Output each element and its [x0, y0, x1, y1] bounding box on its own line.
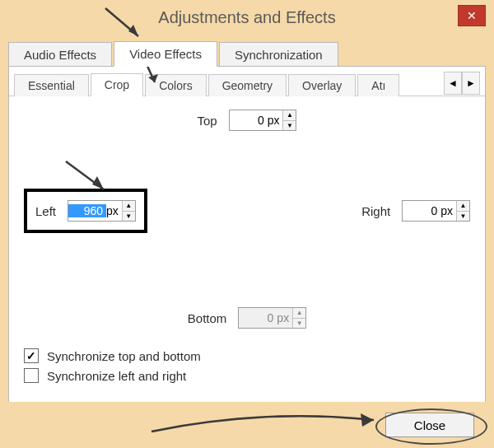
- crop-left-spinner[interactable]: 960 px ▲ ▼: [68, 200, 136, 222]
- subtab-colors[interactable]: Colors: [145, 74, 206, 96]
- window-close-button[interactable]: ✕: [458, 5, 486, 26]
- crop-right-unit: px: [440, 204, 456, 217]
- subtab-geometry[interactable]: Geometry: [208, 74, 287, 96]
- window-title: Adjustments and Effects: [158, 8, 335, 27]
- chevron-down-icon: ▼: [296, 320, 303, 327]
- tab-label: Audio Effects: [24, 48, 96, 62]
- crop-bottom-spinner: 0 px ▲ ▼: [238, 307, 306, 329]
- chevron-up-icon: ▲: [296, 309, 303, 316]
- sync-top-bottom-checkbox[interactable]: [24, 348, 39, 363]
- spin-up-button[interactable]: ▲: [123, 201, 135, 212]
- sync-left-right-label: Synchronize left and right: [47, 369, 186, 383]
- crop-left-right-row: Left 960 px ▲ ▼ Right 0 px ▲ ▼: [19, 189, 475, 233]
- spin-down-button: ▼: [293, 319, 305, 329]
- chevron-up-icon: ▲: [460, 202, 467, 209]
- chevron-down-icon: ▼: [125, 212, 132, 220]
- sync-top-bottom-row: Synchronize top and bottom: [24, 348, 475, 363]
- crop-top-row: Top 0 px ▲ ▼: [19, 110, 475, 131]
- subtab-scroll: ◄ ►: [444, 72, 480, 95]
- spin-buttons: ▲ ▼: [292, 308, 305, 328]
- subtab-atmo[interactable]: Atı: [357, 74, 399, 96]
- spin-up-button[interactable]: ▲: [283, 110, 296, 121]
- crop-top-label: Top: [198, 114, 217, 128]
- spin-up-button[interactable]: ▲: [457, 201, 469, 212]
- chevron-left-icon: ◄: [448, 77, 458, 89]
- spin-up-button: ▲: [293, 308, 305, 319]
- chevron-right-icon: ►: [466, 77, 476, 89]
- spin-buttons: ▲ ▼: [122, 201, 135, 221]
- close-icon: ✕: [467, 9, 477, 22]
- subtab-label: Overlay: [302, 79, 342, 92]
- subtab-crop[interactable]: Crop: [91, 73, 143, 96]
- tab-audio-effects[interactable]: Audio Effects: [8, 42, 112, 67]
- crop-right-spinner[interactable]: 0 px ▲ ▼: [402, 200, 470, 222]
- dialog-footer: Close: [0, 402, 494, 448]
- crop-left-unit: px: [106, 204, 122, 217]
- spin-down-button[interactable]: ▼: [123, 212, 135, 222]
- crop-pane: Top 0 px ▲ ▼ Left 960 px ▲ ▼: [9, 96, 485, 426]
- crop-top-spinner[interactable]: 0 px ▲ ▼: [229, 110, 297, 131]
- crop-bottom-unit: px: [277, 311, 292, 324]
- spin-down-button[interactable]: ▼: [283, 121, 296, 131]
- title-bar: Adjustments and Effects ✕: [0, 0, 494, 35]
- subtab-essential[interactable]: Essential: [14, 74, 89, 96]
- crop-right-label: Right: [361, 204, 390, 218]
- chevron-down-icon: ▼: [460, 212, 467, 220]
- subtab-label: Colors: [159, 79, 192, 92]
- tab-synchronization[interactable]: Synchronization: [219, 42, 338, 67]
- sync-left-right-checkbox[interactable]: [24, 368, 39, 383]
- sync-left-right-row: Synchronize left and right: [24, 368, 475, 383]
- chevron-down-icon: ▼: [287, 122, 293, 129]
- tab-label: Synchronization: [235, 48, 323, 62]
- crop-top-unit: px: [268, 114, 283, 127]
- video-effects-panel: Essential Crop Colors Geometry Overlay A…: [8, 66, 486, 427]
- subtab-scroll-left[interactable]: ◄: [444, 72, 462, 95]
- subtab-scroll-right[interactable]: ►: [462, 72, 480, 95]
- subtab-label: Atı: [371, 79, 385, 92]
- crop-bottom-label: Bottom: [188, 311, 227, 325]
- crop-left-emphasis-box: Left 960 px ▲ ▼: [24, 189, 147, 233]
- chevron-up-icon: ▲: [287, 111, 293, 119]
- close-button[interactable]: Close: [385, 413, 474, 437]
- close-button-label: Close: [414, 418, 445, 432]
- spin-down-button[interactable]: ▼: [457, 212, 469, 222]
- sub-tabs: Essential Crop Colors Geometry Overlay A…: [9, 67, 485, 96]
- subtab-label: Essential: [28, 79, 75, 92]
- primary-tabs: Audio Effects Video Effects Synchronizat…: [8, 38, 486, 66]
- sync-top-bottom-label: Synchronize top and bottom: [47, 349, 201, 363]
- crop-bottom-value: 0: [239, 311, 277, 324]
- subtab-label: Crop: [105, 78, 129, 91]
- spin-buttons: ▲ ▼: [456, 201, 469, 221]
- subtab-overlay[interactable]: Overlay: [288, 74, 356, 96]
- tab-video-effects[interactable]: Video Effects: [114, 41, 217, 67]
- crop-right-group: Right 0 px ▲ ▼: [361, 200, 470, 222]
- chevron-up-icon: ▲: [125, 202, 132, 209]
- spin-buttons: ▲ ▼: [282, 110, 296, 130]
- crop-right-value[interactable]: 0: [403, 204, 440, 217]
- crop-bottom-row: Bottom 0 px ▲ ▼: [19, 307, 475, 329]
- crop-left-value[interactable]: 960: [68, 204, 106, 217]
- crop-top-value[interactable]: 0: [230, 114, 268, 127]
- tab-label: Video Effects: [129, 47, 202, 61]
- subtab-label: Geometry: [222, 79, 273, 92]
- crop-left-label: Left: [35, 204, 56, 218]
